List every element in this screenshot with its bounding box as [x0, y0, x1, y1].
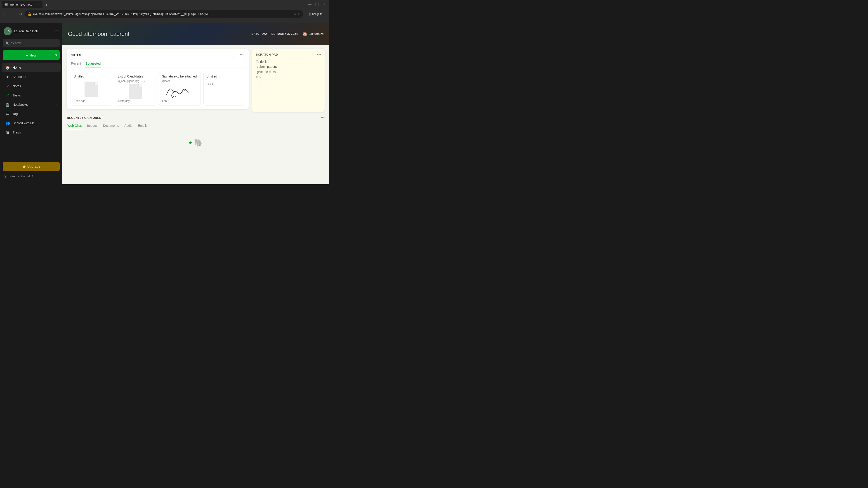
refresh-button[interactable]: ↻ [17, 11, 24, 17]
sidebar: LD Lauren Dale Deli ⚙ 🔍 Search + New ▾ 🏠… [0, 23, 62, 184]
sidebar-item-notes[interactable]: ✓ Notes [2, 82, 61, 91]
back-button[interactable]: ← [2, 11, 8, 17]
scratch-pad-menu-button[interactable]: ••• [317, 53, 321, 57]
customize-icon: 🏠 [303, 31, 307, 36]
sidebar-item-trash[interactable]: 🗑 Trash [2, 128, 61, 137]
home-icon: 🏠 [5, 65, 10, 70]
notes-tab-bar: Recent Suggested [70, 60, 245, 68]
close-window-button[interactable]: × [321, 1, 327, 8]
note-card-3-meta: @sam [162, 79, 198, 83]
note-card-3-signature [162, 84, 198, 99]
window-controls: — ❐ × [307, 1, 327, 8]
scratch-pad-title: SCRATCH PAD [256, 53, 278, 56]
note-card-4[interactable]: Untitled Feb 1 [204, 72, 245, 105]
tags-icon: 🏷 [5, 111, 10, 116]
help-item[interactable]: ❓ Need a little help? [3, 173, 60, 180]
notes-widget-header: NOTES › ⊞ ••• [70, 53, 245, 58]
settings-button[interactable]: ⚙ [55, 29, 59, 34]
search-bar[interactable]: 🔍 Search [3, 39, 60, 47]
customize-button[interactable]: 🏠 Customize [303, 31, 324, 36]
shortcuts-icon: ★ [5, 74, 10, 79]
recently-captured-header: RECENTLY CAPTURED ••• [67, 116, 324, 120]
tab-title: Home - Evernote [10, 3, 32, 6]
notes-menu-button[interactable]: ••• [239, 53, 245, 58]
capture-tab-images[interactable]: Images [87, 123, 98, 130]
user-name: Lauren Dale Deli [14, 29, 53, 33]
upgrade-button[interactable]: ⭐ Upgrade [3, 162, 60, 171]
capture-tab-webclips[interactable]: Web Clips [67, 123, 82, 130]
notes-widget: NOTES › ⊞ ••• Recent Suggested [67, 49, 249, 109]
date-text: SATURDAY, FEBRUARY 3, 2024 [251, 32, 298, 35]
address-bar-actions: ☆ ⊡ [293, 12, 301, 16]
expand-icon: ▸ [56, 75, 57, 78]
notes-tab-recent[interactable]: Recent [70, 60, 81, 68]
new-note-button[interactable]: + New ▾ [3, 50, 60, 60]
recently-captured-title: RECENTLY CAPTURED [67, 116, 101, 120]
content-scroll-area: NOTES › ⊞ ••• Recent Suggested [62, 45, 329, 184]
help-icon: ❓ [4, 175, 7, 178]
note-card-1[interactable]: Untitled 1 min ago [70, 72, 112, 105]
sidebar-item-notes-label: Notes [13, 84, 21, 88]
widgets-row: NOTES › ⊞ ••• Recent Suggested [62, 45, 329, 116]
sidebar-item-tasks[interactable]: ✓ Tasks [2, 91, 61, 100]
sidebar-item-shortcuts-label: Shortcuts [13, 75, 26, 78]
main-content: Good afternoon, Lauren! SATURDAY, FEBRUA… [62, 23, 329, 184]
address-bar-row: ← → ↻ 🔒 evernote.com/client/web?_sourceP… [0, 9, 329, 19]
scratch-pad-header: SCRATCH PAD ••• [256, 53, 321, 57]
greeting-text: Good afternoon, Lauren! [68, 31, 129, 37]
file-icon [85, 82, 98, 97]
tab-close-button[interactable]: × [38, 3, 40, 6]
note-card-3-title: Signature-to be attached [162, 74, 198, 78]
lock-icon: 🔒 [28, 12, 31, 16]
scratch-pad-widget: SCRATCH PAD ••• To do list: -submit pape… [252, 49, 324, 112]
notes-icon: ✓ [5, 84, 10, 88]
capture-tab-audio[interactable]: Audio [124, 123, 133, 130]
star-icon[interactable]: ☆ [293, 12, 297, 16]
notebooks-icon: 📓 [5, 102, 10, 107]
sidebar-item-home-label: Home [13, 66, 21, 69]
notes-tab-suggested[interactable]: Suggested [85, 60, 101, 68]
evernote-decoration: ★ 🐘 [188, 138, 203, 147]
minimize-button[interactable]: — [307, 1, 313, 8]
capture-tab-documents[interactable]: Documents [102, 123, 119, 130]
cast-icon[interactable]: ⊡ [298, 12, 301, 16]
scratch-pad-content[interactable]: To do list: -submit papers -give the doc… [256, 59, 321, 86]
sidebar-item-shared[interactable]: 👥 Shared with Me [2, 119, 61, 128]
sidebar-item-notebooks[interactable]: 📓 Notebooks ▸ [2, 100, 61, 109]
scratch-pad-cursor-line [256, 81, 321, 86]
trash-icon: 🗑 [5, 130, 10, 135]
sidebar-item-shared-label: Shared with Me [13, 121, 35, 125]
star-decoration: ★ [188, 140, 192, 145]
extensions-button[interactable]: ⋮ [321, 11, 327, 17]
sidebar-item-tags-label: Tags [13, 112, 20, 116]
note-card-3-date: Feb 1 [162, 99, 198, 103]
upgrade-label: Upgrade [27, 165, 40, 168]
notes-arrow-icon[interactable]: › [82, 53, 83, 57]
browser-tab[interactable]: 🐘 Home - Evernote × [2, 1, 42, 8]
scratch-pad-line3: -give the docs [256, 69, 321, 74]
scratch-pad-line2: -submit papers [256, 64, 321, 69]
incognito-button[interactable]: Incognito [314, 11, 320, 17]
address-bar[interactable]: 🔒 evernote.com/client/web?_sourcePage=ze… [25, 10, 303, 18]
maximize-button[interactable]: ❐ [314, 1, 320, 8]
notes-layout-button[interactable]: ⊞ [231, 53, 237, 58]
tasks-icon: ✓ [5, 93, 10, 98]
note-card-2-title: List of Candidates [118, 74, 153, 78]
app-container: LD Lauren Dale Deli ⚙ 🔍 Search + New ▾ 🏠… [0, 23, 329, 184]
file-icon-2 [129, 84, 143, 99]
note-card-1-thumbnail [73, 79, 109, 99]
sidebar-item-home[interactable]: 🏠 Home [2, 63, 61, 72]
capture-tab-emails[interactable]: Emails [137, 123, 148, 130]
notes-widget-title: NOTES [70, 53, 81, 57]
capture-content-area: ★ 🐘 [67, 134, 324, 152]
sidebar-item-tags[interactable]: 🏷 Tags ▸ [2, 109, 61, 119]
forward-button[interactable]: → [9, 11, 16, 17]
browser-action-buttons: 👤 Incognito ⋮ [307, 11, 327, 17]
customize-label: Customize [309, 32, 324, 36]
recently-captured-menu-button[interactable]: ••• [321, 116, 324, 120]
note-card-4-date: Feb 1 [206, 82, 242, 86]
note-card-2[interactable]: List of Candidates @john @jane @g... +2 … [115, 72, 156, 105]
note-card-3[interactable]: Signature-to be attached @sam Feb 1 [159, 72, 201, 105]
new-tab-button[interactable]: + [43, 2, 50, 8]
sidebar-item-shortcuts[interactable]: ★ Shortcuts ▸ [2, 72, 61, 81]
